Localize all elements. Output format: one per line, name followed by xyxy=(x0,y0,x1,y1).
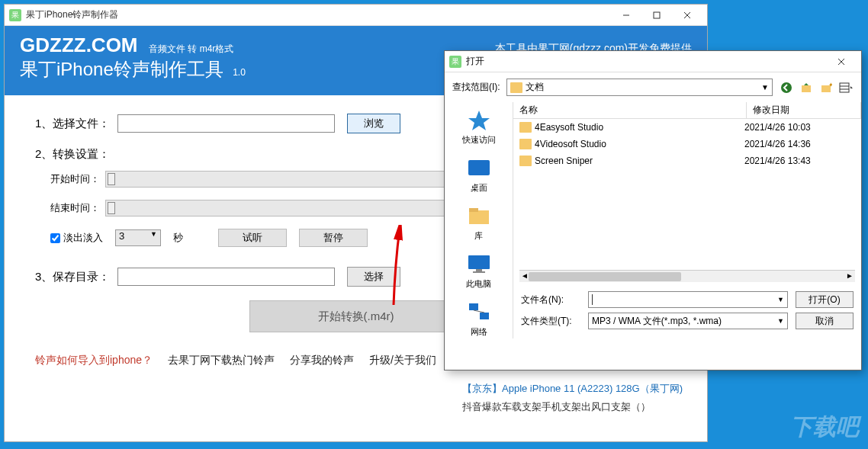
end-time-label: 结束时间： xyxy=(50,201,105,215)
dialog-title: 打开 xyxy=(466,55,484,68)
file-date: 2021/4/26 10:03 xyxy=(744,122,855,133)
col-date[interactable]: 修改日期 xyxy=(747,102,861,118)
convert-button[interactable]: 开始转换(.m4r) xyxy=(249,300,463,332)
place-computer[interactable]: 此电脑 xyxy=(465,252,493,290)
svg-line-23 xyxy=(474,310,484,313)
footer-link-about[interactable]: 升级/关于我们 xyxy=(369,354,436,367)
browse-button[interactable]: 浏览 xyxy=(347,114,400,133)
svg-rect-1 xyxy=(654,12,660,18)
file-name: 4Videosoft Studio xyxy=(535,139,744,149)
minimize-button[interactable] xyxy=(611,5,641,26)
footer-link-share[interactable]: 分享我的铃声 xyxy=(290,354,354,367)
close-button[interactable] xyxy=(672,5,702,26)
look-in-combo[interactable]: 文档 ▼ xyxy=(506,79,773,96)
svg-rect-15 xyxy=(468,160,490,175)
place-library[interactable]: 库 xyxy=(465,204,493,242)
place-label: 快速访问 xyxy=(462,134,496,146)
place-label: 网络 xyxy=(471,326,487,338)
logo: GDZZZ.COM xyxy=(20,34,138,56)
app-title: 果丁iPhone铃声制作工具 xyxy=(20,59,223,79)
file-row[interactable]: 4Easysoft Studio 2021/4/26 10:03 xyxy=(513,119,861,136)
open-file-dialog: 果 打开 查找范围(I): 文档 ▼ ✦ 快速访问 桌面 xyxy=(444,50,862,370)
file-date: 2021/4/26 14:36 xyxy=(744,139,855,149)
watermark: 下载吧 xyxy=(790,412,859,443)
footer-link-import[interactable]: 铃声如何导入到iphone？ xyxy=(35,354,153,367)
dialog-titlebar: 果 打开 xyxy=(445,51,861,72)
step1-label: 1、选择文件： xyxy=(35,117,117,131)
filename-input[interactable]: ▼ xyxy=(588,291,788,308)
col-name[interactable]: 名称 xyxy=(513,102,747,118)
dialog-icon: 果 xyxy=(449,56,461,68)
step3-label: 3、保存目录： xyxy=(35,270,117,284)
folder-icon xyxy=(519,156,532,166)
footer-link-download[interactable]: 去果丁网下载热门铃声 xyxy=(168,354,275,367)
place-network[interactable]: 网络 xyxy=(465,300,493,338)
svg-rect-17 xyxy=(469,208,478,212)
svg-point-7 xyxy=(781,82,792,93)
file-row[interactable]: 4Videosoft Studio 2021/4/26 14:36 xyxy=(513,136,861,152)
ad-link-1[interactable]: 【京东】Apple iPhone 11 (A2223) 128G（果丁网) xyxy=(462,382,683,396)
up-icon[interactable] xyxy=(799,80,814,95)
place-quickaccess[interactable]: 快速访问 xyxy=(462,108,496,146)
svg-rect-18 xyxy=(468,255,490,269)
new-folder-icon[interactable]: ✦ xyxy=(818,80,834,95)
ad-link-2[interactable]: 抖音爆款车载支架手机支架出风口支架（） xyxy=(462,400,683,414)
svg-rect-19 xyxy=(476,269,482,271)
svg-rect-20 xyxy=(473,271,485,273)
fade-checkbox[interactable]: 淡出淡入 xyxy=(50,231,103,245)
main-titlebar: 果 果丁iPhone铃声制作器 xyxy=(5,5,707,26)
pause-button[interactable]: 暂停 xyxy=(299,229,368,247)
dialog-close-button[interactable] xyxy=(826,51,857,72)
svg-rect-8 xyxy=(802,85,811,92)
fade-label: 淡出淡入 xyxy=(63,231,103,245)
maximize-button[interactable] xyxy=(641,5,672,26)
logo-subtitle: 音频文件 转 m4r格式 xyxy=(149,43,233,54)
select-dir-button[interactable]: 选择 xyxy=(347,267,400,287)
file-name: 4Easysoft Studio xyxy=(535,122,744,133)
fade-seconds-select[interactable]: 3 ▼ xyxy=(115,229,161,246)
chevron-down-icon: ▼ xyxy=(150,230,157,238)
seconds-label: 秒 xyxy=(173,231,183,245)
filetype-label: 文件类型(T): xyxy=(521,315,580,328)
look-in-label: 查找范围(I): xyxy=(452,81,500,94)
scroll-left-icon[interactable]: ◄ xyxy=(521,271,529,280)
svg-rect-22 xyxy=(480,313,489,319)
file-list[interactable]: 4Easysoft Studio 2021/4/26 10:03 4Videos… xyxy=(513,119,861,270)
app-icon: 果 xyxy=(9,9,21,21)
file-list-header: 名称 修改日期 xyxy=(513,102,861,119)
step2-label: 2、转换设置： xyxy=(35,147,117,162)
svg-marker-14 xyxy=(468,111,490,130)
cancel-button[interactable]: 取消 xyxy=(796,313,854,329)
app-version: 1.0 xyxy=(233,67,246,78)
scrollbar-thumb[interactable] xyxy=(529,272,681,281)
back-icon[interactable] xyxy=(779,80,794,95)
svg-rect-16 xyxy=(469,210,489,224)
folder-icon xyxy=(519,139,532,149)
place-desktop[interactable]: 桌面 xyxy=(465,156,493,194)
file-list-area: 名称 修改日期 4Easysoft Studio 2021/4/26 10:03… xyxy=(513,102,861,338)
look-in-value: 文档 xyxy=(526,81,758,94)
svg-text:✦: ✦ xyxy=(828,82,832,88)
place-label: 此电脑 xyxy=(466,278,491,290)
place-label: 桌面 xyxy=(471,182,487,194)
start-time-label: 开始时间： xyxy=(50,172,105,186)
svg-rect-11 xyxy=(840,83,849,92)
window-title: 果丁iPhone铃声制作器 xyxy=(26,8,611,21)
file-row[interactable]: Screen Sniper 2021/4/26 13:43 xyxy=(513,152,861,169)
filetype-select[interactable]: MP3 / WMA 文件(*.mp3, *.wma) ▼ xyxy=(588,313,788,329)
view-menu-icon[interactable] xyxy=(838,80,854,95)
chevron-down-icon: ▼ xyxy=(761,83,769,91)
footer-external: 【京东】Apple iPhone 11 (A2223) 128G（果丁网) 抖音… xyxy=(462,382,683,414)
folder-icon xyxy=(510,82,522,93)
scroll-right-icon[interactable]: ► xyxy=(846,271,854,280)
horizontal-scrollbar[interactable]: ◄ ► xyxy=(519,270,855,282)
open-button[interactable]: 打开(O) xyxy=(796,291,854,308)
place-label: 库 xyxy=(474,230,483,242)
svg-rect-21 xyxy=(469,303,478,310)
chevron-down-icon: ▼ xyxy=(777,296,784,303)
file-input[interactable] xyxy=(117,114,335,133)
preview-button[interactable]: 试听 xyxy=(218,229,287,247)
fade-checkbox-input[interactable] xyxy=(50,233,60,243)
savedir-input[interactable] xyxy=(117,268,335,286)
file-date: 2021/4/26 13:43 xyxy=(744,156,855,166)
